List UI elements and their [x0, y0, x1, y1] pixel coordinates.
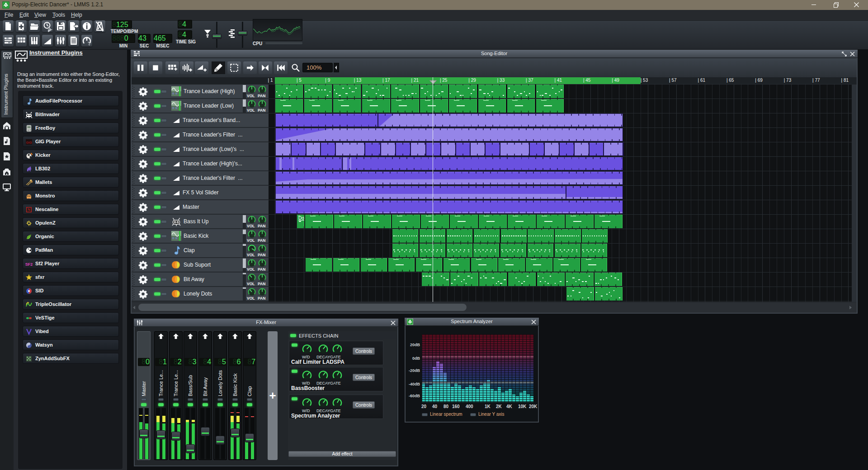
svg-text:SF2: SF2 [25, 262, 33, 267]
svg-text:GIG: GIG [26, 141, 32, 144]
svg-text:N: N [28, 208, 30, 212]
